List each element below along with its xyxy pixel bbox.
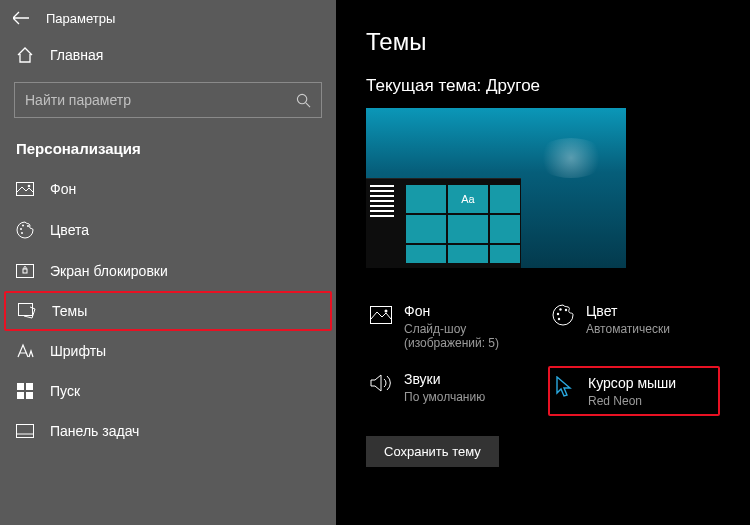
svg-point-22 — [558, 318, 560, 320]
current-theme-label: Текущая тема: — [366, 76, 481, 95]
svg-marker-23 — [557, 377, 570, 396]
tile-cursor[interactable]: Курсор мыши Red Neon — [548, 366, 720, 416]
svg-point-6 — [27, 225, 29, 227]
svg-point-19 — [557, 313, 559, 315]
svg-rect-10 — [19, 304, 33, 316]
svg-point-21 — [565, 309, 567, 311]
palette-icon — [552, 304, 574, 326]
sidebar-item-colors[interactable]: Цвета — [0, 209, 336, 251]
tile-value: По умолчанию — [404, 390, 485, 404]
sidebar-item-themes[interactable]: Темы — [4, 291, 332, 331]
sidebar-item-background[interactable]: Фон — [0, 169, 336, 209]
back-icon[interactable] — [12, 9, 30, 27]
svg-point-18 — [385, 310, 388, 313]
svg-rect-11 — [17, 383, 24, 390]
tile-value: Red Neon — [588, 394, 676, 408]
svg-rect-14 — [26, 392, 33, 399]
image-icon — [16, 182, 34, 196]
content-panel: Темы Текущая тема: Другое Aa Фон Слайд-ш… — [336, 0, 750, 525]
svg-line-1 — [305, 102, 309, 106]
current-theme-value: Другое — [486, 76, 540, 95]
home-icon — [16, 46, 34, 64]
tile-color[interactable]: Цвет Автоматически — [548, 298, 720, 354]
cursor-icon — [554, 376, 576, 398]
tile-label: Звуки — [404, 370, 485, 388]
svg-point-5 — [22, 225, 24, 227]
sidebar-item-lockscreen[interactable]: Экран блокировки — [0, 251, 336, 291]
home-label: Главная — [50, 47, 103, 63]
tile-label: Курсор мыши — [588, 374, 676, 392]
current-theme: Текущая тема: Другое — [366, 76, 720, 96]
image-icon — [370, 304, 392, 326]
fonts-icon — [16, 343, 34, 359]
mini-desktop: Aa — [366, 178, 521, 268]
svg-point-7 — [21, 232, 23, 234]
sidebar-item-label: Пуск — [50, 383, 80, 399]
sidebar-item-label: Темы — [52, 303, 87, 319]
sidebar-item-fonts[interactable]: Шрифты — [0, 331, 336, 371]
svg-point-0 — [297, 94, 306, 103]
section-title: Персонализация — [0, 132, 336, 169]
lockscreen-icon — [16, 264, 34, 278]
tile-value: Автоматически — [586, 322, 670, 336]
theme-preview[interactable]: Aa — [366, 108, 626, 268]
settings-sidebar: Параметры Главная Персонализация Фон Цве… — [0, 0, 336, 525]
start-icon — [16, 383, 34, 399]
palette-icon — [16, 221, 34, 239]
svg-point-3 — [28, 185, 31, 188]
tile-background[interactable]: Фон Слайд-шоу (изображений: 5) — [366, 298, 538, 354]
svg-rect-12 — [26, 383, 33, 390]
page-title: Темы — [366, 28, 720, 56]
svg-rect-13 — [17, 392, 24, 399]
svg-rect-17 — [371, 307, 392, 324]
app-title: Параметры — [46, 11, 115, 26]
sidebar-item-taskbar[interactable]: Панель задач — [0, 411, 336, 451]
search-box[interactable] — [14, 82, 322, 118]
titlebar: Параметры — [0, 0, 336, 36]
svg-point-4 — [20, 228, 22, 230]
preview-font-sample: Aa — [448, 185, 488, 213]
theme-settings-grid: Фон Слайд-шоу (изображений: 5) Цвет Авто… — [366, 298, 720, 416]
tile-label: Фон — [404, 302, 534, 320]
search-input[interactable] — [25, 92, 265, 108]
taskbar-icon — [16, 424, 34, 438]
sidebar-item-label: Панель задач — [50, 423, 139, 439]
sidebar-item-label: Цвета — [50, 222, 89, 238]
tile-sounds[interactable]: Звуки По умолчанию — [366, 366, 538, 416]
themes-icon — [18, 303, 36, 319]
tile-label: Цвет — [586, 302, 670, 320]
search-icon — [295, 92, 311, 108]
tile-value: Слайд-шоу (изображений: 5) — [404, 322, 534, 350]
sidebar-item-label: Экран блокировки — [50, 263, 168, 279]
sidebar-item-start[interactable]: Пуск — [0, 371, 336, 411]
svg-rect-15 — [17, 425, 34, 438]
home-link[interactable]: Главная — [0, 36, 336, 74]
speaker-icon — [370, 372, 392, 394]
save-theme-button[interactable]: Сохранить тему — [366, 436, 499, 467]
svg-rect-2 — [17, 183, 34, 196]
sidebar-item-label: Шрифты — [50, 343, 106, 359]
sidebar-item-label: Фон — [50, 181, 76, 197]
svg-point-20 — [559, 308, 561, 310]
svg-rect-9 — [23, 269, 27, 273]
